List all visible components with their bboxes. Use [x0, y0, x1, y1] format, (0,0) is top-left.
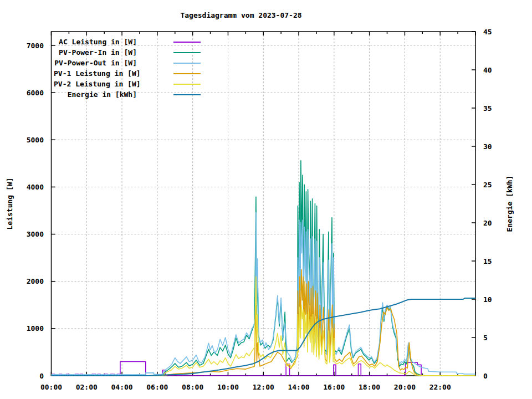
legend-label: AC Leistung in [W]	[54, 38, 137, 46]
y-left-tick-label: 7000	[27, 42, 44, 50]
x-tick-label: 12:00	[253, 383, 274, 391]
chart-container: Tagesdiagramm vom 2023-07-28 Leistung [W…	[0, 0, 532, 399]
x-tick-label: 08:00	[182, 383, 203, 391]
y-right-tick-label: 5	[483, 334, 488, 342]
legend-item: PV-Power-Out in [W]	[54, 58, 201, 68]
x-tick-label: 10:00	[217, 383, 239, 391]
y-right-tick-labels: 051015202530354045	[483, 28, 492, 380]
legend-line-swatch	[173, 73, 201, 74]
x-tick-label: 04:00	[111, 383, 133, 391]
y-right-tick-label: 20	[483, 219, 492, 227]
y-left-tick-label: 1000	[27, 324, 44, 332]
legend-label: PV-Power-Out in [W]	[54, 59, 137, 67]
legend: AC Leistung in [W]PV-Power-In in [W]PV-P…	[54, 37, 201, 100]
x-tick-label: 02:00	[76, 383, 98, 391]
legend-line-swatch	[173, 52, 201, 53]
x-tick-label: 00:00	[40, 383, 62, 391]
y-right-tick-label: 25	[483, 181, 492, 189]
legend-line-swatch	[173, 63, 201, 64]
legend-label: PV-2 Leistung in [W]	[54, 80, 137, 88]
x-tick-label: 06:00	[146, 383, 168, 391]
legend-label: PV-Power-In in [W]	[54, 48, 137, 57]
y-right-tick-label: 15	[483, 257, 492, 265]
legend-line-swatch	[173, 42, 201, 43]
y-right-tick-label: 35	[483, 104, 492, 112]
x-tick-label: 14:00	[288, 383, 309, 391]
legend-item: PV-2 Leistung in [W]	[54, 79, 201, 89]
legend-item: Energie in [kWh]	[54, 89, 201, 100]
legend-line-swatch	[173, 84, 201, 85]
y-left-tick-label: 0	[39, 372, 44, 380]
y-left-tick-label: 2000	[27, 277, 44, 285]
x-tick-label: 16:00	[323, 383, 345, 391]
x-tick-label: 18:00	[359, 383, 380, 391]
x-tick-labels: 00:0002:0004:0006:0008:0010:0012:0014:00…	[40, 383, 451, 391]
legend-line-swatch	[173, 94, 201, 95]
y-left-tick-label: 4000	[27, 183, 44, 191]
y-left-tick-label: 5000	[27, 136, 44, 144]
y-left-tick-label: 3000	[27, 230, 44, 238]
legend-item: AC Leistung in [W]	[54, 37, 201, 47]
x-tick-label: 20:00	[394, 383, 416, 391]
y-left-tick-label: 6000	[27, 89, 44, 97]
y-right-tick-label: 0	[483, 372, 488, 380]
legend-item: PV-Power-In in [W]	[54, 47, 201, 58]
series-pv-power-out-in-w	[52, 212, 476, 375]
y-left-tick-labels: 01000200030004000500060007000	[27, 42, 44, 380]
legend-label: PV-1 Leistung in [W]	[54, 69, 137, 78]
y-right-tick-label: 10	[483, 295, 492, 304]
legend-label: Energie in [kWh]	[54, 90, 137, 99]
y-right-tick-label: 40	[483, 66, 492, 74]
y-right-tick-label: 30	[483, 142, 492, 151]
legend-item: PV-1 Leistung in [W]	[54, 68, 201, 79]
y-right-tick-label: 45	[483, 28, 492, 36]
x-tick-label: 22:00	[429, 383, 451, 391]
